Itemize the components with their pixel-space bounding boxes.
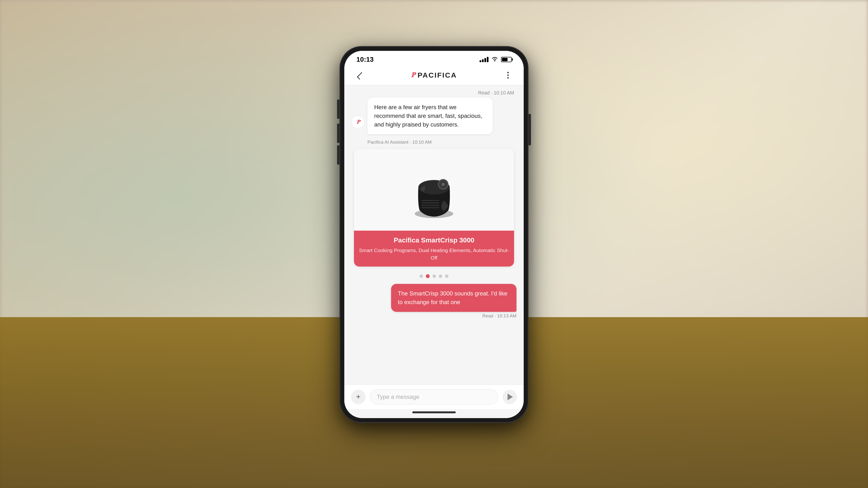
svg-point-0 (494, 60, 495, 61)
add-attachment-button[interactable]: + (351, 390, 366, 404)
home-bar (412, 411, 456, 413)
phone-screen: 10:13 (344, 51, 524, 418)
product-card[interactable]: Pacifica SmartCrisp 3000 Smart Cooking P… (354, 149, 514, 266)
air-fryer-image (407, 158, 461, 221)
home-indicator (344, 409, 524, 418)
wifi-icon (491, 56, 498, 63)
bot-message-text: Here are a few air fryers that we recomm… (374, 103, 486, 129)
signal-bars-icon (479, 57, 489, 62)
header-logo: 𝐏 PACIFICA (411, 71, 457, 79)
chat-area: Read · 10:10 AM 𝐏 Here are a few air fry… (344, 85, 524, 385)
message-input[interactable]: Type a message (370, 389, 498, 404)
battery-icon (501, 57, 512, 62)
phone-device: 10:13 (340, 46, 528, 422)
carousel-dot-3[interactable] (433, 274, 436, 278)
product-name: Pacifica SmartCrisp 3000 (359, 236, 509, 244)
dot-2 (507, 74, 509, 76)
back-chevron-icon (357, 72, 364, 79)
user-message-row: The SmartCrisp 3000 sounds great. I'd li… (351, 284, 517, 319)
phone-shell: 10:13 (340, 46, 528, 422)
send-icon (507, 394, 513, 400)
read-timestamp-top: Read · 10:10 AM (351, 90, 517, 96)
input-bar: + Type a message (344, 385, 524, 409)
dot-3 (507, 77, 509, 78)
carousel-dot-2[interactable] (426, 274, 430, 278)
app-title: PACIFICA (417, 71, 457, 79)
user-meta: Read · 10:13 AM (482, 313, 517, 319)
logo-icon: 𝐏 (411, 71, 415, 79)
signal-bar-1 (479, 60, 481, 62)
product-features: Smart Cooking Programs, Dual Heating Ele… (359, 247, 509, 262)
add-icon: + (356, 392, 361, 401)
bot-message-bubble: Here are a few air fryers that we recomm… (368, 98, 493, 134)
status-time: 10:13 (356, 56, 374, 63)
bot-meta: Pacifica AI Assistant · 10:10 AM (368, 139, 517, 145)
user-message-bubble: The SmartCrisp 3000 sounds great. I'd li… (391, 284, 517, 312)
carousel-dot-5[interactable] (445, 274, 448, 278)
carousel-dot-4[interactable] (439, 274, 442, 278)
signal-bar-3 (485, 58, 486, 62)
signal-bar-4 (487, 57, 489, 62)
battery-fill (502, 58, 507, 61)
app-header: 𝐏 PACIFICA (344, 65, 524, 85)
more-options-button[interactable] (502, 69, 514, 81)
status-icons (479, 56, 512, 63)
bot-message-row: 𝐏 Here are a few air fryers that we reco… (351, 98, 517, 134)
product-info: Pacifica SmartCrisp 3000 Smart Cooking P… (354, 231, 514, 266)
dot-1 (507, 72, 509, 73)
status-bar: 10:13 (344, 51, 524, 65)
back-button[interactable] (354, 69, 366, 81)
bot-avatar: 𝐏 (351, 116, 365, 128)
carousel-dot-1[interactable] (420, 274, 423, 278)
carousel-dots (351, 270, 517, 280)
user-message-text: The SmartCrisp 3000 sounds great. I'd li… (398, 289, 510, 306)
svg-point-5 (442, 183, 444, 186)
send-button[interactable] (502, 390, 517, 404)
product-image-area (354, 149, 514, 231)
message-placeholder: Type a message (377, 394, 419, 400)
signal-bar-2 (482, 59, 484, 62)
